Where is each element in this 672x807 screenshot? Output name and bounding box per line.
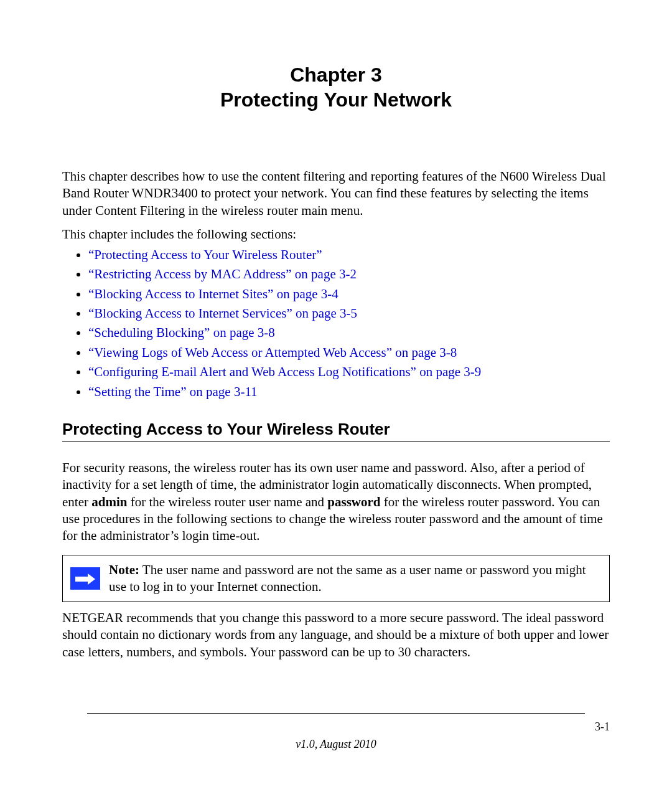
chapter-line-2: Protecting Your Network bbox=[62, 87, 610, 112]
sections-lead: This chapter includes the following sect… bbox=[62, 227, 610, 242]
page-number: 3-1 bbox=[595, 720, 610, 734]
note-box: Note: The user name and password are not… bbox=[62, 555, 610, 603]
toc-item: “Protecting Access to Your Wireless Rout… bbox=[88, 246, 610, 264]
toc-item: “Configuring E-mail Alert and Web Access… bbox=[88, 363, 610, 381]
footer-divider bbox=[87, 713, 585, 714]
arrow-right-icon bbox=[70, 567, 100, 590]
chapter-line-1: Chapter 3 bbox=[62, 62, 610, 87]
toc-item: “Scheduling Blocking” on page 3-8 bbox=[88, 324, 610, 342]
body1-mid: for the wireless router user name and bbox=[127, 494, 327, 509]
toc-link[interactable]: “Restricting Access by MAC Address” on p… bbox=[88, 267, 357, 281]
body1-bold-password: password bbox=[327, 494, 380, 509]
body-paragraph-2: NETGEAR recommends that you change this … bbox=[62, 610, 610, 661]
intro-paragraph: This chapter describes how to use the co… bbox=[62, 168, 610, 219]
toc-link[interactable]: “Setting the Time” on page 3-11 bbox=[88, 384, 258, 399]
toc-item: “Blocking Access to Internet Services” o… bbox=[88, 304, 610, 323]
toc-link[interactable]: “Scheduling Blocking” on page 3-8 bbox=[88, 325, 275, 340]
body1-bold-admin: admin bbox=[91, 494, 127, 509]
toc-item: “Blocking Access to Internet Sites” on p… bbox=[88, 285, 610, 303]
toc-link[interactable]: “Configuring E-mail Alert and Web Access… bbox=[88, 364, 481, 379]
toc-item: “Setting the Time” on page 3-11 bbox=[88, 383, 610, 401]
toc-link[interactable]: “Blocking Access to Internet Services” o… bbox=[88, 306, 357, 321]
version-footer: v1.0, August 2010 bbox=[0, 738, 672, 751]
toc-item: “Restricting Access by MAC Address” on p… bbox=[88, 265, 610, 283]
note-body: The user name and password are not the s… bbox=[109, 562, 586, 594]
section-heading: Protecting Access to Your Wireless Route… bbox=[62, 420, 610, 442]
chapter-title: Chapter 3 Protecting Your Network bbox=[62, 62, 610, 112]
toc-list: “Protecting Access to Your Wireless Rout… bbox=[62, 246, 610, 401]
toc-item: “Viewing Logs of Web Access or Attempted… bbox=[88, 344, 610, 362]
note-label: Note: bbox=[109, 562, 139, 577]
body-paragraph-1: For security reasons, the wireless route… bbox=[62, 460, 610, 544]
toc-link[interactable]: “Viewing Logs of Web Access or Attempted… bbox=[88, 345, 457, 360]
toc-link[interactable]: “Blocking Access to Internet Sites” on p… bbox=[88, 286, 338, 301]
note-text: Note: The user name and password are not… bbox=[109, 562, 602, 596]
toc-link[interactable]: “Protecting Access to Your Wireless Rout… bbox=[88, 247, 322, 262]
document-page: Chapter 3 Protecting Your Network This c… bbox=[0, 0, 672, 807]
